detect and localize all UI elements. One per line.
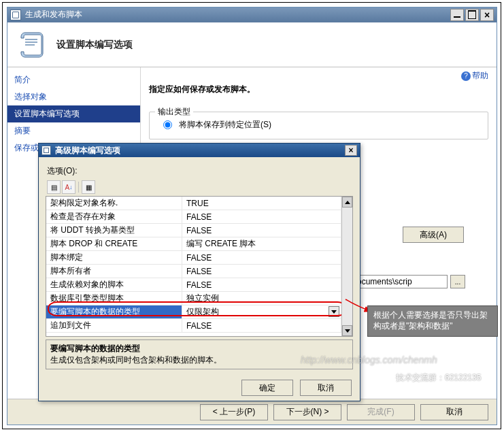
prev-button[interactable]: < 上一步(P): [200, 404, 268, 420]
propertygrid-toolbar: ▤ A↓ ▦: [46, 180, 353, 195]
advanced-options-dialog: 高级脚本编写选项 选项(O): ▤ A↓ ▦ 架构限定对象名称.TRUE检查是否…: [38, 143, 360, 401]
scroll-down-icon[interactable]: [342, 325, 352, 336]
dialog-footer: 确定 取消: [39, 375, 360, 401]
propertypages-icon[interactable]: ▦: [82, 180, 95, 194]
grid-row[interactable]: 架构限定对象名称.TRUE: [46, 197, 341, 210]
grid-row[interactable]: 脚本绑定FALSE: [46, 251, 341, 265]
next-button[interactable]: 下一步(N) >: [273, 404, 341, 420]
dialog-appicon: [41, 146, 51, 155]
options-label: 选项(O):: [46, 163, 353, 180]
grid-scrollbar[interactable]: [341, 197, 352, 336]
close-button[interactable]: [480, 9, 494, 21]
dialog-titlebar: 高级脚本编写选项: [39, 144, 360, 157]
grid-cell-name: 脚本绑定: [46, 251, 182, 265]
grid-row[interactable]: 脚本所有者FALSE: [46, 265, 341, 278]
grid-cell-name: 要编写脚本的数据的类型: [46, 305, 182, 319]
output-type-legend: 输出类型: [155, 106, 193, 118]
grid-cell-name: 脚本 DROP 和 CREATE: [46, 237, 182, 251]
annotation-callout: 根据个人需要选择是否只导出架构或者是"架构和数据": [367, 305, 498, 337]
wizard-header-title: 设置脚本编写选项: [56, 39, 133, 51]
grid-cell-name: 检查是否存在对象: [46, 210, 182, 224]
radio-save-to-location-input[interactable]: [163, 120, 172, 129]
finish-button[interactable]: 完成(F): [347, 404, 415, 420]
sidebar-item-summary[interactable]: 摘要: [7, 122, 140, 139]
grid-row[interactable]: 脚本 DROP 和 CREATE编写 CREATE 脚本: [46, 237, 341, 251]
desc-body: 生成仅包含架构或同时包含架构和数据的脚本。: [50, 354, 348, 366]
browse-button[interactable]: ...: [450, 275, 465, 288]
sidebar-item-intro[interactable]: 简介: [7, 71, 140, 88]
property-description: 要编写脚本的数据的类型 生成仅包含架构或同时包含架构和数据的脚本。: [46, 339, 353, 369]
grid-row[interactable]: 检查是否存在对象FALSE: [46, 210, 341, 224]
maximize-button[interactable]: [465, 9, 479, 21]
dialog-ok-button[interactable]: 确定: [241, 380, 293, 396]
dropdown-icon[interactable]: [329, 306, 339, 317]
scroll-up-icon[interactable]: [342, 197, 352, 207]
cancel-button[interactable]: 取消: [420, 404, 488, 420]
grid-cell-name: 脚本所有者: [46, 265, 182, 278]
wizard-titlebar: 生成和发布脚本: [7, 7, 497, 22]
script-icon: [16, 29, 48, 61]
help-link[interactable]: ?帮助: [461, 70, 488, 82]
dialog-cancel-button[interactable]: 取消: [300, 380, 352, 396]
grid-row[interactable]: 数据库引擎类型脚本独立实例: [46, 292, 341, 305]
grid-cell-value[interactable]: 仅限架构: [182, 305, 341, 319]
grid-cell-value[interactable]: FALSE: [182, 265, 341, 278]
wizard-appicon: [10, 10, 21, 20]
sidebar-item-select-objects[interactable]: 选择对象: [7, 88, 140, 105]
grid-cell-value[interactable]: FALSE: [182, 278, 341, 292]
categorized-icon[interactable]: ▤: [47, 180, 61, 194]
grid-cell-name: 生成依赖对象的脚本: [46, 278, 182, 292]
grid-cell-value[interactable]: FALSE: [182, 251, 341, 265]
wizard-title: 生成和发布脚本: [25, 9, 449, 20]
property-grid[interactable]: 架构限定对象名称.TRUE检查是否存在对象FALSE将 UDDT 转换为基类型F…: [46, 196, 353, 337]
grid-cell-value[interactable]: FALSE: [182, 224, 341, 237]
dialog-title: 高级脚本编写选项: [55, 145, 345, 156]
desc-title: 要编写脚本的数据的类型: [50, 343, 348, 354]
grid-cell-value[interactable]: 独立实例: [182, 292, 341, 305]
grid-row[interactable]: 要编写脚本的数据的类型仅限架构: [46, 305, 341, 319]
grid-cell-name: 架构限定对象名称.: [46, 197, 182, 210]
advanced-button[interactable]: 高级(A): [403, 227, 464, 243]
grid-cell-name: 将 UDDT 转换为基类型: [46, 224, 182, 237]
output-type-group: 输出类型 将脚本保存到特定位置(S): [149, 112, 488, 139]
main-section-header: 指定应如何保存或发布脚本。: [149, 84, 488, 95]
grid-cell-name: 追加到文件: [46, 319, 182, 333]
grid-row[interactable]: 生成依赖对象的脚本FALSE: [46, 278, 341, 292]
sidebar-item-script-options[interactable]: 设置脚本编写选项: [7, 105, 140, 122]
minimize-button[interactable]: [450, 9, 464, 21]
wizard-footer: < 上一步(P) 下一步(N) > 完成(F) 取消: [7, 399, 497, 425]
grid-cell-value[interactable]: 编写 CREATE 脚本: [182, 237, 341, 251]
grid-cell-name: 数据库引擎类型脚本: [46, 292, 182, 305]
file-path-input[interactable]: [346, 275, 448, 288]
grid-cell-value[interactable]: FALSE: [182, 319, 341, 333]
grid-row[interactable]: 追加到文件FALSE: [46, 319, 341, 333]
grid-row[interactable]: 将 UDDT 转换为基类型FALSE: [46, 224, 341, 237]
dialog-close-button[interactable]: [345, 145, 357, 156]
radio-save-to-location[interactable]: 将脚本保存到特定位置(S): [163, 119, 481, 131]
grid-cell-value[interactable]: TRUE: [182, 197, 341, 210]
grid-cell-value[interactable]: FALSE: [182, 210, 341, 224]
wizard-header: 设置脚本编写选项: [7, 22, 497, 67]
alphabetical-icon[interactable]: A↓: [62, 180, 75, 194]
